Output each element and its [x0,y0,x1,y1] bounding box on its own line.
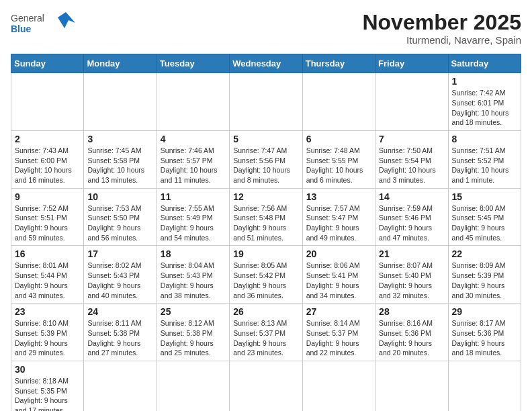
header-monday: Monday [84,54,157,73]
logo: General Blue [11,11,78,38]
day-18: 18 Sunrise: 8:04 AMSunset: 5:43 PMDaylig… [157,246,229,304]
header-sunday: Sunday [11,54,84,73]
empty-cell [230,361,302,411]
day-19: 19 Sunrise: 8:05 AMSunset: 5:42 PMDaylig… [230,246,302,304]
empty-cell [302,73,375,131]
day-13: 13 Sunrise: 7:57 AMSunset: 5:47 PMDaylig… [302,188,375,246]
calendar-row-1: 1 Sunrise: 7:42 AM Sunset: 6:01 PM Dayli… [11,73,521,131]
day-29: 29 Sunrise: 8:17 AMSunset: 5:36 PMDaylig… [448,304,521,361]
day-23: 23 Sunrise: 8:10 AMSunset: 5:39 PMDaylig… [11,304,84,361]
empty-cell [230,73,302,131]
day-24: 24 Sunrise: 8:11 AMSunset: 5:38 PMDaylig… [84,304,157,361]
header-tuesday: Tuesday [157,54,229,73]
empty-cell [11,73,84,131]
empty-cell [84,361,157,411]
calendar-row-2: 2 Sunrise: 7:43 AMSunset: 6:00 PMDayligh… [11,130,521,188]
day-25: 25 Sunrise: 8:12 AMSunset: 5:38 PMDaylig… [157,304,229,361]
calendar-row-5: 23 Sunrise: 8:10 AMSunset: 5:39 PMDaylig… [11,304,521,361]
weekday-header-row: Sunday Monday Tuesday Wednesday Thursday… [11,54,521,73]
empty-cell [375,361,448,411]
day-16: 16 Sunrise: 8:01 AMSunset: 5:44 PMDaylig… [11,246,84,304]
calendar-row-3: 9 Sunrise: 7:52 AMSunset: 5:51 PMDayligh… [11,188,521,246]
svg-text:General: General [11,13,44,24]
day-17: 17 Sunrise: 8:02 AMSunset: 5:43 PMDaylig… [84,246,157,304]
month-title: November 2025 [362,11,521,34]
location-title: Iturmendi, Navarre, Spain [362,34,521,46]
day-28: 28 Sunrise: 8:16 AMSunset: 5:36 PMDaylig… [375,304,448,361]
header-saturday: Saturday [448,54,521,73]
day-14: 14 Sunrise: 7:59 AMSunset: 5:46 PMDaylig… [375,188,448,246]
day-8: 8 Sunrise: 7:51 AMSunset: 5:52 PMDayligh… [448,130,521,188]
day-26: 26 Sunrise: 8:13 AMSunset: 5:37 PMDaylig… [230,304,302,361]
header-thursday: Thursday [302,54,375,73]
day-15: 15 Sunrise: 8:00 AMSunset: 5:45 PMDaylig… [448,188,521,246]
day-6: 6 Sunrise: 7:48 AMSunset: 5:55 PMDayligh… [302,130,375,188]
empty-cell [375,73,448,131]
day-30: 30 Sunrise: 8:18 AMSunset: 5:35 PMDaylig… [11,361,84,411]
day-20: 20 Sunrise: 8:06 AMSunset: 5:41 PMDaylig… [302,246,375,304]
svg-marker-2 [58,12,75,28]
day-10: 10 Sunrise: 7:53 AMSunset: 5:50 PMDaylig… [84,188,157,246]
calendar-row-4: 16 Sunrise: 8:01 AMSunset: 5:44 PMDaylig… [11,246,521,304]
day-5: 5 Sunrise: 7:47 AMSunset: 5:56 PMDayligh… [230,130,302,188]
title-area: November 2025 Iturmendi, Navarre, Spain [362,11,521,46]
day-4: 4 Sunrise: 7:46 AMSunset: 5:57 PMDayligh… [157,130,229,188]
calendar-row-6: 30 Sunrise: 8:18 AMSunset: 5:35 PMDaylig… [11,361,521,411]
day-1: 1 Sunrise: 7:42 AM Sunset: 6:01 PM Dayli… [448,73,521,131]
calendar-table: Sunday Monday Tuesday Wednesday Thursday… [11,54,521,411]
empty-cell [302,361,375,411]
header-wednesday: Wednesday [230,54,302,73]
day-2: 2 Sunrise: 7:43 AMSunset: 6:00 PMDayligh… [11,130,84,188]
day-1-info: Sunrise: 7:42 AM Sunset: 6:01 PM Dayligh… [452,88,517,128]
day-11: 11 Sunrise: 7:55 AMSunset: 5:49 PMDaylig… [157,188,229,246]
page-header: General Blue November 2025 Iturmendi, Na… [11,11,521,46]
empty-cell [448,361,521,411]
header-friday: Friday [375,54,448,73]
day-7: 7 Sunrise: 7:50 AMSunset: 5:54 PMDayligh… [375,130,448,188]
empty-cell [157,361,229,411]
day-21: 21 Sunrise: 8:07 AMSunset: 5:40 PMDaylig… [375,246,448,304]
day-3: 3 Sunrise: 7:45 AMSunset: 5:58 PMDayligh… [84,130,157,188]
empty-cell [157,73,229,131]
day-9: 9 Sunrise: 7:52 AMSunset: 5:51 PMDayligh… [11,188,84,246]
empty-cell [84,73,157,131]
day-27: 27 Sunrise: 8:14 AMSunset: 5:37 PMDaylig… [302,304,375,361]
day-22: 22 Sunrise: 8:09 AMSunset: 5:39 PMDaylig… [448,246,521,304]
logo-svg: General Blue [11,11,78,38]
day-12: 12 Sunrise: 7:56 AMSunset: 5:48 PMDaylig… [230,188,302,246]
svg-text:Blue: Blue [11,24,32,34]
